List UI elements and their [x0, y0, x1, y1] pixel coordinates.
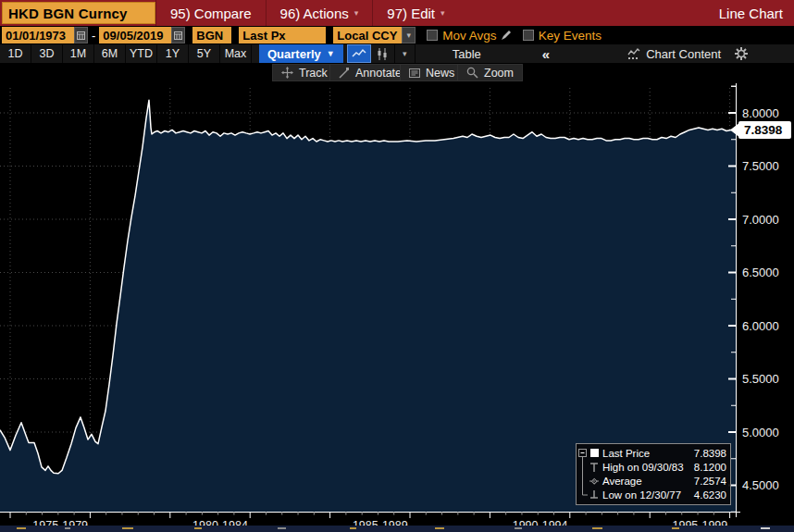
- y-axis-label: 6.5000: [742, 266, 779, 279]
- chart-content-label: Chart Content: [646, 47, 721, 61]
- last-price-badge-label: 7.8398: [744, 123, 783, 137]
- y-axis-label: 5.0000: [742, 426, 779, 439]
- x-axis-label: 1980-1984: [192, 519, 248, 526]
- news-icon: [409, 68, 420, 79]
- y-axis-label: 8.0000: [742, 106, 779, 120]
- zoom-button[interactable]: Zoom: [457, 64, 523, 81]
- zoom-label: Zoom: [484, 67, 514, 80]
- chevron-down-icon: ▾: [354, 8, 359, 18]
- security-input[interactable]: HKD BGN Curncy: [2, 2, 155, 24]
- calendar-icon[interactable]: [171, 27, 185, 43]
- actions-menu-button[interactable]: 96) Actions ▾: [266, 0, 373, 26]
- y-axis-label: 6.0000: [742, 319, 779, 333]
- candle-chart-type-button[interactable]: [371, 44, 395, 63]
- legend-value: 8.1200: [694, 462, 726, 473]
- period-button-5y[interactable]: 5Y: [189, 44, 220, 63]
- frequency-label: Quarterly: [267, 47, 321, 61]
- legend-label: Average: [602, 476, 694, 487]
- annotation-toolbar: Track Annotate News Zoom: [0, 63, 794, 83]
- chart-content-button[interactable]: Chart Content: [614, 44, 734, 63]
- chart-controls-toolbar: 1D3D1M6MYTD1Y5YMax Quarterly ▼ ▾ Table «: [0, 44, 794, 63]
- track-button[interactable]: Track: [272, 64, 337, 81]
- x-axis-label: 1975-1979: [32, 519, 88, 526]
- y-axis-label: 4.5000: [742, 478, 779, 492]
- legend-row[interactable]: Average7.2574: [578, 474, 726, 488]
- chevron-down-icon: ▼: [327, 49, 335, 58]
- legend-marker-average-icon: [578, 474, 602, 488]
- currency-selector[interactable]: Local CCY: [333, 27, 402, 43]
- legend-marker-square-icon: [578, 446, 602, 460]
- date-range-separator: -: [88, 29, 99, 43]
- legend-marker-low-icon: [578, 488, 602, 501]
- legend-value: 7.8398: [694, 448, 726, 459]
- candlestick-icon: [376, 48, 389, 60]
- mov-avgs-label: Mov Avgs: [442, 29, 496, 43]
- settings-gear-button[interactable]: [735, 47, 748, 64]
- period-button-6m[interactable]: 6M: [94, 44, 126, 63]
- field-toolbar: 01/01/1973 - 09/05/2019 BGN Last Px Loca…: [0, 26, 794, 44]
- legend-label: High on 09/30/83: [602, 462, 694, 473]
- period-button-1d[interactable]: 1D: [0, 44, 31, 63]
- key-events-label: Key Events: [539, 29, 602, 43]
- chevron-down-icon: ▾: [403, 49, 407, 58]
- chart-type-dropdown[interactable]: ▾: [395, 44, 416, 63]
- x-axis-label: 1995-1999: [673, 519, 728, 526]
- edit-menu-button[interactable]: 97) Edit ▾: [372, 0, 458, 26]
- chart-plot-area[interactable]: 8.00007.50007.00006.50006.00005.50005.00…: [0, 83, 794, 526]
- track-crosshair-icon: [281, 67, 293, 79]
- compare-label: 95) Compare: [170, 6, 252, 21]
- chart-content-icon: [627, 48, 640, 59]
- gear-icon: [735, 47, 748, 60]
- annotate-label: Annotate: [355, 67, 402, 80]
- legend-label: Low on 12/30/77: [602, 489, 694, 501]
- legend-value: 4.6230: [694, 489, 726, 501]
- annotate-button[interactable]: Annotate: [329, 64, 411, 81]
- period-button-bar: 1D3D1M6MYTD1Y5YMax: [0, 44, 252, 63]
- magnifier-icon: [466, 67, 478, 79]
- period-button-ytd[interactable]: YTD: [126, 44, 157, 63]
- x-axis-label: 1990-1994: [513, 519, 568, 526]
- legend-row[interactable]: High on 09/30/838.1200: [578, 460, 726, 474]
- y-axis-label: 5.5000: [742, 372, 779, 386]
- line-chart-icon: [352, 48, 366, 59]
- compare-button[interactable]: 95) Compare: [155, 0, 266, 26]
- date-from-input[interactable]: 01/01/1973: [2, 27, 74, 43]
- price-field-selector[interactable]: Last Px: [239, 27, 326, 43]
- period-button-1m[interactable]: 1M: [63, 44, 94, 63]
- key-events-checkbox[interactable]: [523, 30, 534, 41]
- frequency-dropdown[interactable]: Quarterly ▼: [259, 44, 343, 63]
- collapse-panel-button[interactable]: «: [529, 44, 563, 63]
- bottom-panel-edge: [0, 526, 794, 532]
- chevron-down-icon[interactable]: ▾: [402, 27, 416, 43]
- pricing-source-field[interactable]: BGN: [192, 27, 231, 43]
- period-button-max[interactable]: Max: [220, 44, 252, 63]
- date-to-input[interactable]: 09/05/2019: [99, 27, 171, 43]
- legend-row[interactable]: Low on 12/30/774.6230: [578, 488, 726, 501]
- legend-label: Last Price: [602, 448, 694, 459]
- y-axis-label: 7.0000: [742, 213, 779, 227]
- chart-legend: Last Price7.8398High on 09/30/838.1200Av…: [576, 443, 731, 505]
- x-axis-label: 1985-1989: [353, 519, 408, 526]
- calendar-icon[interactable]: [74, 27, 88, 43]
- legend-row[interactable]: Last Price7.8398: [578, 446, 726, 460]
- mov-avgs-checkbox[interactable]: [427, 30, 438, 41]
- bloomberg-line-chart-window: HKD BGN Curncy 95) Compare 96) Actions ▾…: [0, 0, 794, 532]
- period-button-1y[interactable]: 1Y: [157, 44, 189, 63]
- news-button[interactable]: News: [400, 64, 464, 81]
- chevron-down-icon: ▾: [440, 8, 445, 18]
- track-label: Track: [299, 67, 328, 80]
- period-button-3d[interactable]: 3D: [31, 44, 63, 63]
- annotate-pencil-icon: [339, 68, 350, 79]
- y-axis-label: 7.5000: [742, 159, 779, 173]
- title-bar: HKD BGN Curncy 95) Compare 96) Actions ▾…: [0, 0, 794, 26]
- legend-marker-high-icon: [578, 460, 602, 474]
- actions-label: 96) Actions: [280, 6, 349, 21]
- pencil-icon[interactable]: [501, 30, 512, 41]
- window-title: Line Chart: [719, 6, 794, 21]
- table-button[interactable]: Table: [440, 44, 494, 63]
- legend-value: 7.2574: [694, 476, 726, 487]
- news-label: News: [426, 67, 454, 80]
- edit-label: 97) Edit: [387, 6, 435, 21]
- line-chart-type-button[interactable]: [347, 44, 371, 63]
